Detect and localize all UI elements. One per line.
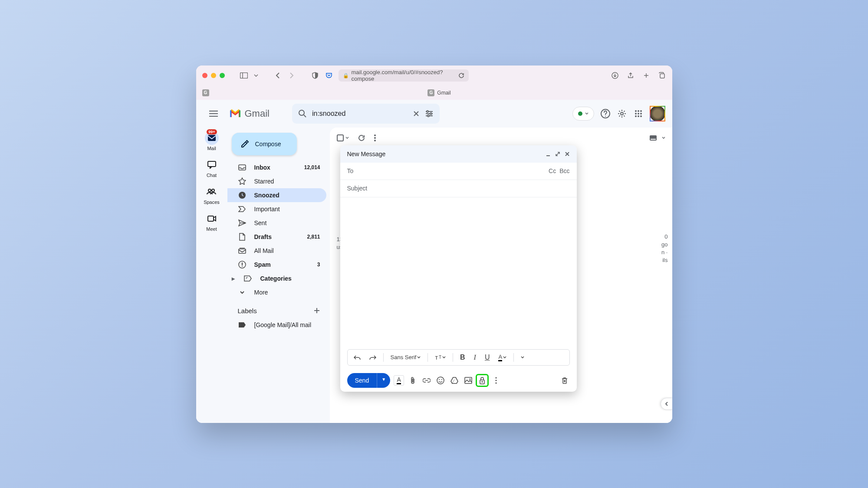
rail-spaces[interactable]: Spaces: [204, 185, 220, 205]
formatting-options-icon[interactable]: A: [394, 375, 404, 386]
formatting-toolbar: Sans Serif тT B I U A: [347, 349, 570, 366]
browser-toolbar: 🔒 mail.google.com/mail/u/0/#snoozed?comp…: [196, 66, 672, 86]
compose-header[interactable]: New Message: [340, 145, 577, 163]
compose-fullscreen-icon[interactable]: [555, 151, 560, 157]
insert-link-icon[interactable]: [421, 375, 432, 386]
status-indicator[interactable]: [572, 107, 594, 121]
search-icon[interactable]: [298, 109, 307, 118]
tab-dropdown-icon[interactable]: [253, 71, 259, 80]
nav-important[interactable]: Important: [227, 202, 326, 216]
help-icon[interactable]: [600, 108, 611, 119]
spaces-icon: [204, 185, 218, 199]
label-icon: [238, 321, 247, 329]
spam-icon: [238, 260, 247, 269]
main-menu-button[interactable]: [203, 103, 224, 124]
search-input[interactable]: [312, 110, 408, 118]
send-options-dropdown[interactable]: ▼: [377, 373, 390, 388]
clear-search-icon[interactable]: [413, 110, 420, 117]
forward-button[interactable]: [287, 71, 296, 80]
browser-window: 🔒 mail.google.com/mail/u/0/#snoozed?comp…: [196, 66, 672, 423]
font-selector[interactable]: Sans Serif: [388, 352, 424, 362]
bcc-button[interactable]: Bcc: [559, 167, 569, 174]
nav-inbox[interactable]: Inbox12,014: [227, 160, 326, 174]
apps-grid-icon[interactable]: [633, 108, 644, 119]
chat-icon: [205, 158, 219, 172]
font-size-icon[interactable]: тT: [432, 352, 448, 363]
add-label-icon[interactable]: [313, 307, 320, 314]
folder-sidebar: Compose Inbox12,014StarredSnoozedImporta…: [227, 128, 330, 423]
nav-snoozed[interactable]: Snoozed: [227, 188, 326, 202]
search-bar[interactable]: [292, 104, 440, 124]
more-icon[interactable]: [374, 134, 376, 141]
svg-point-42: [496, 380, 497, 381]
maximize-window-button[interactable]: [220, 73, 225, 78]
downloads-icon[interactable]: [611, 71, 619, 80]
main-panel: 139 use 0 go n · ils New Message: [330, 128, 672, 423]
tabs-overview-icon[interactable]: [658, 71, 666, 80]
rail-meet[interactable]: Meet: [205, 212, 219, 232]
status-active-dot: [578, 111, 582, 116]
italic-icon[interactable]: I: [471, 352, 479, 363]
minimize-window-button[interactable]: [211, 73, 216, 78]
input-tools-icon[interactable]: [650, 135, 658, 141]
sidebar-toggle-icon[interactable]: [240, 71, 248, 80]
insert-emoji-icon[interactable]: [435, 375, 446, 386]
send-button[interactable]: Send: [347, 373, 377, 388]
attach-file-icon[interactable]: [408, 375, 418, 386]
compose-close-icon[interactable]: [565, 151, 570, 157]
redo-icon[interactable]: [367, 353, 379, 362]
close-window-button[interactable]: [202, 73, 207, 78]
back-button[interactable]: [273, 71, 282, 80]
compose-more-options-icon[interactable]: [491, 375, 501, 386]
nav-allmail[interactable]: All Mail: [227, 244, 326, 258]
input-tools-dropdown-icon[interactable]: [662, 137, 665, 139]
subject-field-row[interactable]: Subject: [340, 180, 577, 197]
reload-icon[interactable]: [458, 72, 464, 79]
share-icon[interactable]: [626, 71, 635, 80]
svg-point-10: [635, 110, 637, 112]
undo-icon[interactable]: [351, 353, 363, 362]
subject-placeholder: Subject: [347, 185, 368, 192]
account-avatar[interactable]: [650, 106, 665, 121]
discard-draft-icon[interactable]: [559, 375, 570, 386]
svg-point-36: [441, 379, 442, 380]
svg-point-14: [638, 113, 639, 115]
nav-spam[interactable]: Spam3: [227, 258, 326, 272]
side-panel-toggle[interactable]: [661, 398, 672, 410]
pinned-tab-favicon[interactable]: G: [202, 89, 209, 96]
compose-body[interactable]: [340, 197, 577, 349]
allmail-icon: [238, 246, 247, 255]
nav-drafts[interactable]: Drafts2,811: [227, 230, 326, 244]
active-tab-title[interactable]: Gmail: [437, 90, 450, 96]
svg-point-5: [427, 111, 428, 112]
nav-categories[interactable]: ▸Categories: [227, 272, 326, 285]
more-formatting-icon[interactable]: [518, 354, 527, 360]
nav-starred[interactable]: Starred: [227, 174, 326, 188]
underline-icon[interactable]: U: [482, 352, 493, 363]
compose-button[interactable]: Compose: [232, 133, 297, 155]
rail-chat[interactable]: Chat: [205, 158, 219, 178]
gmail-logo[interactable]: Gmail: [229, 108, 270, 119]
text-color-icon[interactable]: A: [496, 352, 509, 363]
label-item[interactable]: [Google Mail]/All mail: [227, 318, 326, 332]
mail-count-badge: 99+: [207, 129, 217, 134]
search-options-icon[interactable]: [425, 110, 434, 117]
rail-mail[interactable]: 99+ Mail: [205, 131, 219, 151]
nav-more[interactable]: More: [227, 285, 326, 299]
svg-rect-20: [208, 161, 216, 167]
shield-icon[interactable]: [311, 71, 319, 80]
new-tab-icon[interactable]: [642, 71, 651, 80]
select-checkbox[interactable]: [337, 134, 349, 141]
bold-icon[interactable]: B: [457, 352, 468, 363]
settings-icon[interactable]: [617, 108, 627, 119]
url-bar[interactable]: 🔒 mail.google.com/mail/u/0/#snoozed?comp…: [339, 69, 469, 82]
pocket-icon[interactable]: [325, 71, 333, 80]
nav-sent[interactable]: Sent: [227, 216, 326, 230]
confidential-mode-icon[interactable]: [477, 375, 487, 386]
refresh-icon[interactable]: [358, 134, 365, 142]
insert-drive-icon[interactable]: [449, 375, 460, 386]
insert-photo-icon[interactable]: [463, 375, 473, 386]
compose-minimize-icon[interactable]: [546, 151, 551, 157]
to-field-row[interactable]: To Cc Bcc: [340, 163, 577, 180]
cc-button[interactable]: Cc: [549, 167, 556, 174]
